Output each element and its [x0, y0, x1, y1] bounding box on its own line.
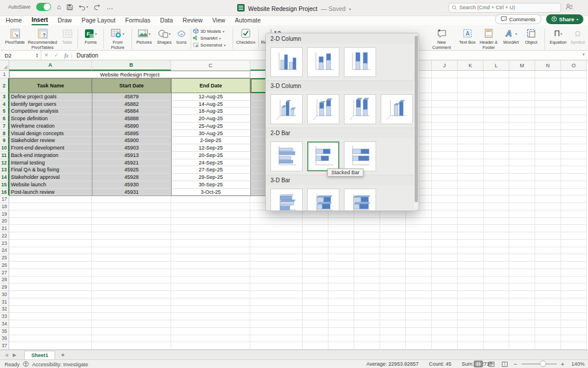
header-cell-start-date[interactable]: Start Date [92, 78, 171, 93]
cell-end[interactable]: 2-Sep-25 [171, 137, 250, 144]
cell-task[interactable]: Stakeholder approval [9, 174, 92, 181]
smartart-button[interactable]: SmartArt▾ [193, 35, 231, 41]
formula-input[interactable]: Duration [76, 52, 98, 59]
row-header-3[interactable]: 3 [0, 93, 9, 101]
insert-function-icon[interactable]: fx [64, 52, 68, 59]
cell-end[interactable]: 12-Sep-25 [171, 144, 250, 152]
chart-type-3-d-clustered-bar[interactable] [270, 189, 303, 211]
chart-type-clustered-bar[interactable] [270, 141, 303, 171]
cell-task[interactable]: Internal testing [9, 159, 92, 167]
tab-automate[interactable]: Automate [235, 17, 261, 25]
zoom-out-button[interactable]: − [513, 361, 517, 367]
cell-end[interactable]: 18-Aug-25 [171, 108, 250, 115]
header-footer-button[interactable]: Header & Footer [478, 26, 500, 50]
cell-start[interactable]: 45900 [92, 137, 171, 144]
page-break-view-button[interactable] [500, 361, 509, 367]
zoom-slider[interactable] [521, 363, 557, 365]
tab-insert[interactable]: Insert [32, 16, 48, 25]
row-header-16[interactable]: 16 [0, 189, 9, 196]
pictures-button[interactable]: ▾ Pictures [134, 26, 154, 45]
chart-type-3-d-clustered-column[interactable] [270, 94, 303, 124]
cell-start[interactable]: 45895 [92, 130, 171, 137]
accessibility-status[interactable]: Accessibility: Investigate [32, 362, 88, 367]
cell-start[interactable]: 45928 [92, 174, 171, 181]
row-header-23[interactable]: 23 [0, 240, 9, 247]
row-header-15[interactable]: 15 [0, 181, 9, 189]
sheet-title-cell[interactable]: Website Redesign Project [9, 71, 250, 78]
cell-start[interactable]: 45903 [92, 144, 171, 152]
row-header-34[interactable]: 34 [0, 320, 9, 328]
cell-end[interactable]: 30-Sep-25 [171, 181, 250, 189]
formula-bar-expand-icon[interactable]: ▾ [582, 52, 585, 57]
cell-end[interactable]: 3-Oct-25 [171, 189, 250, 196]
presence-icon[interactable] [566, 2, 573, 13]
cell-start[interactable]: 45884 [92, 108, 171, 115]
cell-start[interactable]: 45879 [92, 93, 171, 101]
prev-sheet-icon[interactable]: ◀ [5, 352, 8, 358]
select-all-corner[interactable] [0, 60, 9, 71]
row-header-24[interactable]: 24 [0, 247, 9, 255]
name-box-stepper[interactable]: ▲▼ [36, 53, 38, 57]
tab-view[interactable]: View [212, 17, 225, 25]
cell-start[interactable]: 45930 [92, 181, 171, 189]
row-header-6[interactable]: 6 [0, 115, 9, 122]
row-header-14[interactable]: 14 [0, 174, 9, 181]
cell-task[interactable]: Final QA & bug fixing [9, 166, 92, 174]
chart-type-3-d-stacked-column[interactable] [307, 94, 339, 124]
cell-start[interactable]: 45925 [92, 166, 171, 174]
chart-type-stacked-bar[interactable] [307, 141, 339, 171]
cell-end[interactable]: 24-Sep-25 [171, 159, 250, 167]
forms-button[interactable]: F▾ Forms [80, 26, 102, 45]
chart-type-100-stacked-column[interactable] [344, 47, 376, 77]
column-header-a[interactable]: A [9, 60, 92, 71]
zoom-slider-knob[interactable] [540, 361, 546, 367]
new-comment-button[interactable]: New Comment [428, 26, 455, 50]
cell-start[interactable]: 45890 [92, 122, 171, 130]
tab-home[interactable]: Home [6, 17, 22, 25]
title-chevron-icon[interactable]: ▾ [349, 7, 351, 11]
icons-button[interactable]: Icons [174, 26, 189, 45]
cell-task[interactable]: Post-launch review [9, 189, 92, 196]
cell-task[interactable]: Stakeholder review [9, 137, 92, 144]
row-header-20[interactable]: 20 [0, 218, 9, 225]
row-header-37[interactable]: 37 [0, 342, 9, 350]
row-header-22[interactable]: 22 [0, 232, 9, 240]
cell-task[interactable]: Wireframe creation [9, 122, 92, 130]
row-header-1[interactable]: 1 [0, 71, 9, 78]
cell-task[interactable]: Competitive analysis [9, 108, 92, 115]
column-header-b[interactable]: B [92, 60, 171, 71]
recommended-pivottables-button[interactable]: ? Recommended PivotTables [26, 26, 59, 50]
row-header-27[interactable]: 27 [0, 269, 9, 277]
row-header-31[interactable]: 31 [0, 298, 9, 306]
row-header-33[interactable]: 33 [0, 313, 9, 320]
cell-task[interactable]: Define project goals [9, 93, 92, 101]
comments-button[interactable]: Comments [495, 14, 541, 24]
cell-end[interactable]: 20-Sep-25 [171, 152, 250, 159]
row-header-18[interactable]: 18 [0, 203, 9, 210]
row-header-26[interactable]: 26 [0, 262, 9, 269]
tab-page-layout[interactable]: Page Layout [82, 17, 115, 25]
row-header-8[interactable]: 8 [0, 130, 9, 137]
row-header-7[interactable]: 7 [0, 122, 9, 130]
cell-end[interactable]: 14-Aug-25 [171, 101, 250, 108]
cell-start[interactable]: 45913 [92, 152, 171, 159]
row-header-17[interactable]: 17 [0, 195, 9, 203]
zoom-level[interactable]: 140% [568, 361, 585, 367]
cell-end[interactable]: 27-Sep-25 [171, 166, 250, 174]
tab-formulas[interactable]: Formulas [125, 17, 150, 25]
row-header-13[interactable]: 13 [0, 166, 9, 174]
zoom-in-button[interactable]: + [561, 361, 564, 367]
cell-start[interactable]: 45921 [92, 159, 171, 167]
cell-end[interactable]: 12-Aug-25 [171, 93, 250, 101]
wordart-button[interactable]: A▾ WordArt [501, 26, 521, 45]
row-header-28[interactable]: 28 [0, 277, 9, 284]
chart-type-3-d-stacked-bar[interactable] [307, 189, 339, 211]
cancel-icon[interactable]: ✕ [44, 52, 49, 58]
header-cell-task-name[interactable]: Task Name [9, 78, 92, 93]
row-header-35[interactable]: 35 [0, 328, 9, 335]
column-header-n[interactable]: N [535, 60, 561, 71]
chart-type-3-d-100-stacked-bar[interactable] [344, 189, 376, 211]
pivottable-button[interactable]: PivotTable [3, 26, 26, 45]
column-header-m[interactable]: M [509, 60, 535, 71]
row-header-12[interactable]: 12 [0, 159, 9, 167]
